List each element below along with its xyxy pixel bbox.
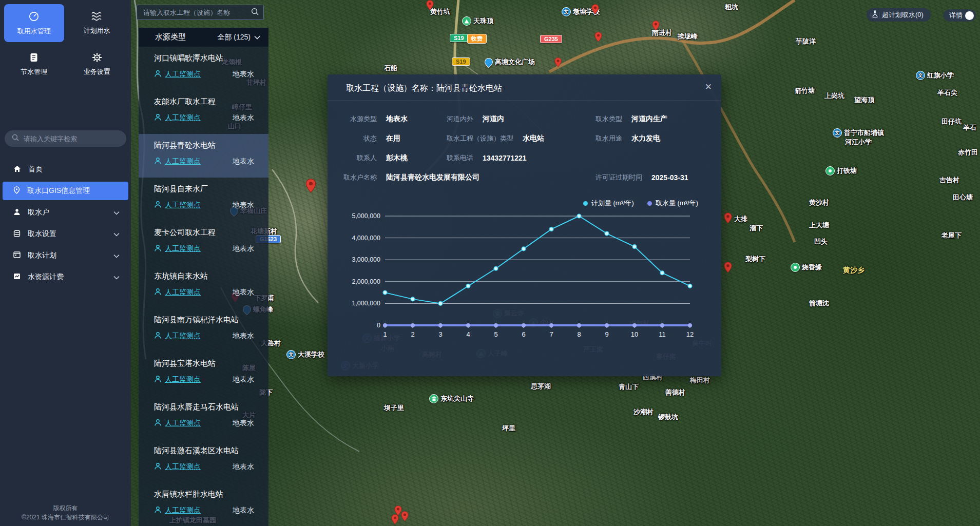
sidebar-item-label: 取水口GIS信息管理 (27, 186, 90, 196)
monitor-label: 人工监测点 (165, 375, 201, 384)
sidebar-search[interactable] (5, 130, 126, 147)
field-label: 取水户名称 (328, 173, 377, 182)
close-icon[interactable]: ✕ (705, 82, 712, 92)
station-list-item[interactable]: 陆河县宝塔水电站人工监测点地表水 (139, 352, 268, 396)
over-plan-intake-button[interactable]: 超计划取水(0) (867, 8, 931, 22)
app-tile-1[interactable]: 取用水管理 (4, 4, 64, 42)
sidebar-item-label: 取水设置 (28, 229, 56, 239)
station-search-box[interactable] (137, 5, 264, 20)
sidebar-item-6[interactable]: 水资源计费 (3, 268, 128, 286)
station-pin-icon[interactable] (724, 262, 732, 275)
field-label: 许可证过期时间 (595, 173, 642, 182)
gear-icon (92, 52, 102, 63)
legend-item-1[interactable]: 计划量 (m³/年) (583, 199, 634, 208)
station-pin-icon[interactable] (652, 21, 660, 33)
manual-monitor-link[interactable]: 人工监测点 (154, 375, 201, 384)
manual-monitor-link[interactable]: 人工监测点 (154, 244, 201, 254)
map-label: 老屋下 (941, 231, 962, 240)
station-pin-icon[interactable] (305, 179, 316, 195)
field-label: 联系电话 (447, 153, 473, 163)
sidebar-item-4[interactable]: 取水设置 (3, 225, 128, 243)
svg-text:8: 8 (577, 330, 581, 338)
legend-dot (647, 201, 652, 206)
svg-text:0: 0 (377, 322, 380, 329)
app-window: 黄竹坑石船龙颈根甘坪村嶂仔里山口粗坑南进村挨垅峰芋陂洋铁山箭竹塘望海顶上岗坑羊石… (0, 0, 980, 526)
station-subrow: 人工监测点地表水 (154, 70, 254, 79)
station-list-item[interactable]: 陆河县自来水厂人工监测点地表水 (139, 178, 268, 221)
station-subrow: 人工监测点地表水 (154, 332, 254, 341)
waves-icon (91, 11, 103, 22)
map-label: 箭塘沈 (809, 299, 829, 308)
legend-item-2[interactable]: 取水量 (m³/年) (647, 199, 698, 208)
station-pin-icon[interactable] (594, 32, 602, 44)
map-label: 芋陂洋 (796, 37, 816, 46)
map-label-text: 箭塘沈 (809, 299, 829, 308)
station-pin-icon[interactable] (554, 57, 562, 69)
person-icon (154, 375, 162, 384)
sidebar-item-2[interactable]: 取水口GIS信息管理 (3, 182, 128, 200)
station-list-item[interactable]: 水唇镇水栏肚水电站人工监测点地表水 (139, 483, 268, 526)
station-pin-icon[interactable] (591, 4, 599, 16)
details-toggle-pill[interactable]: 详情 (944, 9, 976, 22)
manual-monitor-link[interactable]: 人工监测点 (154, 157, 201, 166)
station-pin-icon[interactable] (391, 514, 399, 526)
station-list-item[interactable]: 陆河县青砼水电站人工监测点地表水 (139, 134, 268, 178)
svg-text:12: 12 (686, 330, 694, 338)
app-tile-4[interactable]: 业务设置 (67, 45, 127, 83)
map-label-text: 黄沙乡 (843, 266, 864, 275)
station-name: 麦卡公司取水工程 (154, 228, 254, 238)
user-icon (13, 208, 21, 217)
details-toggle-switch[interactable] (965, 11, 974, 20)
station-list-item[interactable]: 陆河县水唇走马石水电站人工监测点地表水 (139, 396, 268, 439)
chart-svg: 01,000,0002,000,0003,000,0004,000,0005,0… (339, 210, 706, 342)
billing-icon (13, 273, 21, 281)
manual-monitor-link[interactable]: 人工监测点 (154, 506, 201, 515)
source-type-filter-dropdown[interactable]: 全部 (125) (217, 33, 260, 42)
station-list-item[interactable]: 陆河县南万镇杞洋水电站人工监测点地表水 (139, 308, 268, 352)
sidebar-item-3[interactable]: 取水户 (3, 203, 128, 222)
manual-monitor-link[interactable]: 人工监测点 (154, 201, 201, 210)
field-value: 地表水 (386, 114, 408, 124)
svg-text:5: 5 (494, 330, 497, 338)
detail-field: 取水类型河道内生产 (595, 109, 667, 129)
search-icon[interactable] (251, 8, 259, 17)
station-subrow: 人工监测点地表水 (154, 201, 254, 210)
monitor-label: 人工监测点 (165, 506, 201, 515)
monitor-label: 人工监测点 (165, 332, 201, 341)
station-pin-icon[interactable] (724, 212, 732, 226)
map-label-text: 上大塘 (809, 221, 829, 230)
person-icon (154, 201, 162, 210)
monitor-label: 人工监测点 (165, 288, 201, 297)
station-list-item[interactable]: 友能水厂取水工程人工监测点地表水 (139, 90, 268, 134)
station-list-item[interactable]: 陆河县激石溪老区水电站人工监测点地表水 (139, 439, 268, 483)
manual-monitor-link[interactable]: 人工监测点 (154, 332, 201, 341)
station-list-item[interactable]: 河口镇唱歌潭水电站人工监测点地表水 (139, 47, 268, 90)
manual-monitor-link[interactable]: 人工监测点 (154, 113, 201, 123)
map-label-text: 上岗坑 (824, 91, 844, 101)
temple-icon (429, 394, 438, 403)
manual-monitor-link[interactable]: 人工监测点 (154, 419, 201, 428)
map-label: 溜下 (750, 224, 763, 233)
monitor-label: 人工监测点 (165, 157, 201, 166)
map-label-text: 青山下 (619, 382, 639, 392)
app-tile-3[interactable]: 节水管理 (4, 45, 64, 83)
map-label: 望海顶 (854, 95, 874, 105)
water-source-value: 地表水 (233, 506, 254, 515)
app-tile-2[interactable]: 计划用水 (67, 4, 127, 42)
svg-text:6: 6 (522, 330, 525, 338)
sidebar-search-input[interactable] (24, 135, 119, 143)
sidebar-item-5[interactable]: 取水计划 (3, 246, 128, 265)
sidebar-item-1[interactable]: 首页 (3, 160, 128, 179)
station-name: 东坑镇自来水站 (154, 271, 254, 281)
map-label: 打铁塘 (825, 166, 857, 176)
field-label: 水源类型 (328, 114, 377, 124)
detail-field: 取水户名称陆河县青砼水电发展有限公司 (328, 168, 479, 187)
station-pin-icon[interactable] (401, 511, 409, 523)
manual-monitor-link[interactable]: 人工监测点 (154, 462, 201, 472)
manual-monitor-link[interactable]: 人工监测点 (154, 70, 201, 79)
station-pin-icon[interactable] (426, 0, 434, 12)
manual-monitor-link[interactable]: 人工监测点 (154, 288, 201, 297)
station-list-item[interactable]: 东坑镇自来水站人工监测点地表水 (139, 265, 268, 308)
station-list-item[interactable]: 麦卡公司取水工程人工监测点地表水 (139, 221, 268, 265)
station-search-input[interactable] (143, 9, 251, 16)
